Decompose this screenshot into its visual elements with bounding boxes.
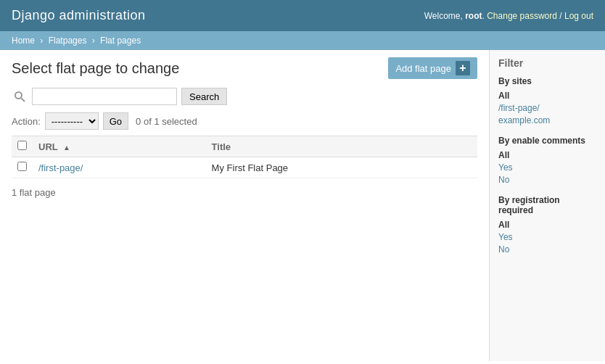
filter-link[interactable]: No: [498, 244, 509, 255]
action-label: Action:: [12, 116, 41, 127]
filter-list: AllYesNo: [498, 220, 596, 255]
row-url-link[interactable]: /first-page/: [38, 162, 83, 173]
filter-link[interactable]: example.com: [498, 115, 550, 125]
search-button[interactable]: Search: [181, 88, 227, 105]
svg-line-1: [22, 99, 25, 102]
filter-link[interactable]: /first-page/: [498, 103, 540, 113]
filter-list-item: example.com: [498, 115, 596, 125]
filter-sidebar: Filter By sitesAll/first-page/example.co…: [489, 50, 605, 361]
filter-list-item: No: [498, 175, 596, 185]
filter-link[interactable]: Yes: [498, 162, 513, 173]
row-checkbox[interactable]: [17, 162, 27, 171]
separator: /: [559, 11, 561, 21]
sort-asc-icon: ▲: [63, 144, 70, 152]
plus-icon: +: [456, 61, 470, 75]
selected-count: 0 of 1 selected: [136, 116, 197, 127]
filter-list-item: Yes: [498, 232, 596, 242]
breadcrumb-sep2: ›: [92, 36, 95, 46]
user-info: Welcome, root. Change password / Log out: [424, 11, 593, 21]
col-url-sort-link[interactable]: URL ▲: [38, 141, 70, 152]
filter-section-by_registration_required: By registration requiredAllYesNo: [498, 195, 596, 255]
col-url-label: URL: [38, 141, 57, 152]
col-title: Title: [206, 136, 477, 157]
filter-active-item: All: [498, 91, 509, 101]
filter-list-item: /first-page/: [498, 103, 596, 113]
search-icon: [14, 91, 25, 102]
add-flat-page-button[interactable]: Add flat page +: [388, 57, 477, 79]
filter-list-item: All: [498, 150, 596, 160]
breadcrumb-flatpages[interactable]: Flatpages: [49, 36, 87, 46]
action-bar: Action: ---------- Go 0 of 1 selected: [12, 112, 477, 130]
table-row: /first-page/ My First Flat Page: [12, 157, 477, 178]
filter-list-item: Yes: [498, 162, 596, 173]
filter-active-item: All: [498, 220, 509, 230]
svg-point-0: [15, 92, 22, 99]
filter-active-item: All: [498, 150, 509, 160]
table-header: URL ▲ Title: [12, 136, 477, 157]
search-icon-wrap: [12, 88, 28, 104]
filter-list-item: No: [498, 244, 596, 255]
results-table: URL ▲ Title /first-page/ My First Flat P…: [12, 136, 477, 178]
filter-sections: By sitesAll/first-page/example.comBy ena…: [498, 76, 596, 255]
filter-list: AllYesNo: [498, 150, 596, 185]
row-url-cell: /first-page/: [33, 157, 206, 178]
main-content: Select flat page to change Add flat page…: [0, 50, 489, 361]
col-title-label: Title: [212, 141, 231, 152]
content-wrapper: Select flat page to change Add flat page…: [0, 50, 605, 361]
breadcrumb-home[interactable]: Home: [12, 36, 35, 46]
username: root: [465, 11, 482, 21]
row-checkbox-cell: [12, 157, 33, 178]
row-title-cell: My First Flat Page: [206, 157, 477, 178]
add-button-label: Add flat page: [395, 63, 451, 74]
table-header-row: URL ▲ Title: [12, 136, 477, 157]
header: Django administration Welcome, root. Cha…: [0, 0, 605, 31]
breadcrumb-current: Flat pages: [100, 36, 141, 46]
filter-link[interactable]: Yes: [498, 232, 513, 242]
breadcrumb-sep1: ›: [40, 36, 43, 46]
filter-list-item: All: [498, 91, 596, 101]
result-count: 1 flat page: [12, 184, 477, 201]
log-out-link[interactable]: Log out: [564, 11, 593, 21]
filter-list: All/first-page/example.com: [498, 91, 596, 125]
site-title: Django administration: [12, 8, 146, 23]
action-select[interactable]: ----------: [45, 112, 99, 130]
search-bar: Search: [12, 88, 477, 105]
change-password-link[interactable]: Change password: [487, 11, 557, 21]
table-body: /first-page/ My First Flat Page: [12, 157, 477, 178]
filter-section-title: By enable comments: [498, 136, 596, 146]
select-all-col: [12, 136, 33, 157]
filter-section-by_enable_comments: By enable commentsAllYesNo: [498, 136, 596, 185]
go-button[interactable]: Go: [103, 112, 128, 130]
page-title-row: Select flat page to change Add flat page…: [12, 57, 477, 79]
filter-title: Filter: [498, 57, 596, 69]
page-title: Select flat page to change: [12, 60, 179, 77]
search-input[interactable]: [32, 88, 177, 105]
filter-section-title: By registration required: [498, 195, 596, 215]
filter-list-item: All: [498, 220, 596, 230]
filter-link[interactable]: No: [498, 175, 509, 185]
filter-section-by_sites: By sitesAll/first-page/example.com: [498, 76, 596, 125]
select-all-checkbox[interactable]: [17, 141, 27, 150]
col-url: URL ▲: [33, 136, 206, 157]
breadcrumbs: Home › Flatpages › Flat pages: [0, 31, 605, 50]
welcome-text: Welcome,: [424, 11, 463, 21]
filter-section-title: By sites: [498, 76, 596, 86]
